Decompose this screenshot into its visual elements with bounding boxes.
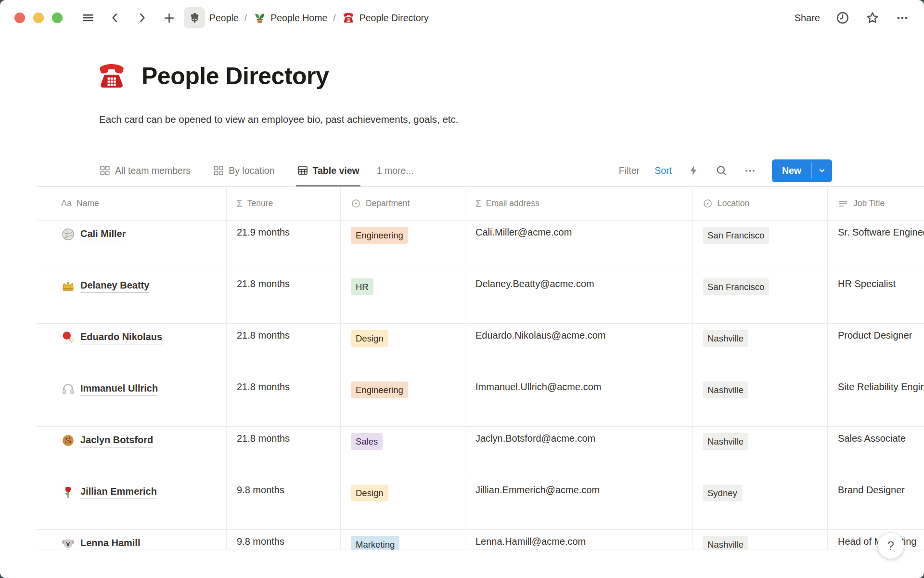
tenure-cell[interactable]: 9.8 months (227, 530, 341, 550)
view-tab-all-team-members[interactable]: All team members (98, 154, 192, 187)
person-name-link[interactable]: Eduardo Nikolaus (80, 330, 162, 344)
name-cell[interactable]: Jaclyn Botsford (37, 427, 227, 478)
filter-button[interactable]: Filter (619, 165, 640, 176)
sidebar-menu-icon[interactable] (81, 11, 95, 25)
back-icon[interactable] (108, 11, 122, 25)
view-tab-label: By location (229, 165, 274, 176)
email-cell[interactable]: Lenna.Hamill@acme.com (465, 530, 693, 550)
forward-icon[interactable] (135, 11, 149, 25)
column-header-label: Name (77, 198, 99, 209)
koala-emoji (61, 537, 75, 550)
page-title[interactable]: People Directory (141, 62, 329, 90)
job-title-cell[interactable]: Head of Marketing (828, 530, 924, 550)
table-row: Lenna Hamill9.8 monthsMarketingLenna.Ham… (37, 530, 924, 550)
search-icon[interactable] (715, 164, 729, 177)
page-description[interactable]: Each card can be opened to view an emplo… (99, 114, 458, 125)
share-button[interactable]: Share (795, 13, 820, 24)
department-cell[interactable]: Engineering (341, 221, 465, 272)
column-header-department[interactable]: Department (341, 187, 465, 220)
department-cell[interactable]: HR (341, 272, 465, 323)
tenure-cell[interactable]: 21.8 months (227, 427, 341, 478)
department-cell[interactable]: Design (341, 478, 465, 529)
location-cell[interactable]: San Francisco (693, 221, 828, 272)
topbar-actions: Share (795, 11, 910, 25)
location-cell[interactable]: Nashville (693, 375, 828, 426)
new-tab-plus-icon[interactable] (162, 11, 176, 25)
help-button[interactable]: ? (878, 533, 904, 559)
more-views-button[interactable]: 1 more... (377, 165, 414, 176)
sort-button[interactable]: Sort (654, 165, 672, 176)
column-header-tenure[interactable]: ΣTenure (227, 187, 341, 220)
person-name-link[interactable]: Delaney Beatty (80, 278, 149, 293)
job-title-cell[interactable]: Sales Associate (828, 427, 924, 478)
window-titlebar: People/People Home/People Directory Shar… (0, 0, 924, 36)
more-options-icon[interactable] (895, 11, 910, 25)
column-header-location[interactable]: Location (693, 187, 828, 220)
email-cell[interactable]: Delaney.Beatty@acme.com (465, 272, 693, 323)
email-cell[interactable]: Jaclyn.Botsford@acme.com (465, 427, 693, 478)
view-tab-table-view[interactable]: Table view (296, 154, 360, 187)
location-cell[interactable]: San Francisco (693, 272, 828, 323)
column-header-email-address[interactable]: ΣEmail address (465, 187, 693, 220)
view-options-icon[interactable] (744, 164, 757, 177)
breadcrumb-item[interactable]: People Directory (342, 11, 429, 25)
breadcrumb-item[interactable]: People Home (253, 11, 327, 25)
department-cell[interactable]: Marketing (341, 530, 465, 550)
minimize-window-button[interactable] (33, 13, 44, 23)
select-icon (703, 198, 713, 209)
table-row: Eduardo Nikolaus21.8 monthsDesignEduardo… (37, 324, 924, 375)
tenure-cell[interactable]: 21.8 months (227, 324, 341, 375)
updates-clock-icon[interactable] (835, 11, 850, 25)
formula-icon: Σ (237, 198, 243, 209)
email-cell[interactable]: Immanuel.Ullrich@acme.com (465, 375, 693, 426)
name-cell[interactable]: Lenna Hamill (37, 530, 227, 550)
job-title-cell[interactable]: Sr. Software Engineer (828, 221, 924, 272)
name-cell[interactable]: Cali Miller (37, 221, 227, 272)
zoom-window-button[interactable] (52, 13, 63, 23)
email-cell[interactable]: Cali.Miller@acme.com (465, 221, 693, 272)
table-row: Delaney Beatty21.8 monthsHRDelaney.Beatt… (37, 272, 924, 324)
crown-emoji (61, 279, 75, 293)
location-cell[interactable]: Nashville (693, 324, 828, 375)
view-tab-by-location[interactable]: By location (212, 154, 275, 187)
name-cell[interactable]: Eduardo Nikolaus (37, 324, 227, 375)
person-name-link[interactable]: Cali Miller (80, 227, 126, 241)
department-cell[interactable]: Engineering (341, 375, 465, 426)
column-header-name[interactable]: AaName (37, 187, 227, 220)
person-name-link[interactable]: Lenna Hamill (80, 536, 140, 550)
table-row: Immanuel Ullrich21.8 monthsEngineeringIm… (37, 375, 924, 427)
select-icon (351, 198, 361, 209)
red-telephone-emoji[interactable] (95, 60, 128, 92)
job-title-cell[interactable]: Product Designer (828, 324, 924, 375)
person-name-link[interactable]: Jillian Emmerich (80, 485, 157, 499)
location-cell[interactable]: Nashville (693, 427, 828, 478)
location-cell[interactable]: Nashville (693, 530, 828, 550)
toolbar-actions: Filter Sort New (619, 159, 832, 182)
name-cell[interactable]: Delaney Beatty (37, 272, 227, 323)
tenure-cell[interactable]: 21.8 months (227, 375, 341, 426)
job-title-cell[interactable]: Brand Designer (828, 478, 924, 529)
favorite-star-icon[interactable] (865, 11, 880, 25)
email-cell[interactable]: Jillian.Emmerich@acme.com (465, 478, 693, 529)
gallery-view-icon (213, 165, 224, 176)
column-header-job-title[interactable]: Job Title (828, 187, 924, 220)
new-dropdown-chevron-icon[interactable] (812, 159, 832, 182)
breadcrumb-item[interactable]: People (184, 7, 239, 28)
job-title-cell[interactable]: Site Reliability Engineer (828, 375, 924, 426)
name-cell[interactable]: Immanuel Ullrich (37, 375, 227, 426)
person-name-link[interactable]: Jaclyn Botsford (80, 433, 153, 447)
person-name-link[interactable]: Immanuel Ullrich (80, 381, 158, 396)
close-window-button[interactable] (14, 13, 25, 23)
department-cell[interactable]: Sales (341, 427, 465, 478)
department-badge: Sales (351, 433, 383, 450)
tenure-cell[interactable]: 21.8 months (227, 272, 341, 323)
location-cell[interactable]: Sydney (693, 478, 828, 529)
name-cell[interactable]: Jillian Emmerich (37, 478, 227, 529)
email-cell[interactable]: Eduardo.Nikolaus@acme.com (465, 324, 693, 375)
job-title-cell[interactable]: HR Specialist (828, 272, 924, 323)
department-cell[interactable]: Design (341, 324, 465, 375)
automations-lightning-icon[interactable] (687, 164, 700, 177)
tenure-cell[interactable]: 21.9 months (227, 221, 341, 272)
tenure-cell[interactable]: 9.8 months (227, 478, 341, 529)
new-button[interactable]: New (772, 159, 811, 182)
